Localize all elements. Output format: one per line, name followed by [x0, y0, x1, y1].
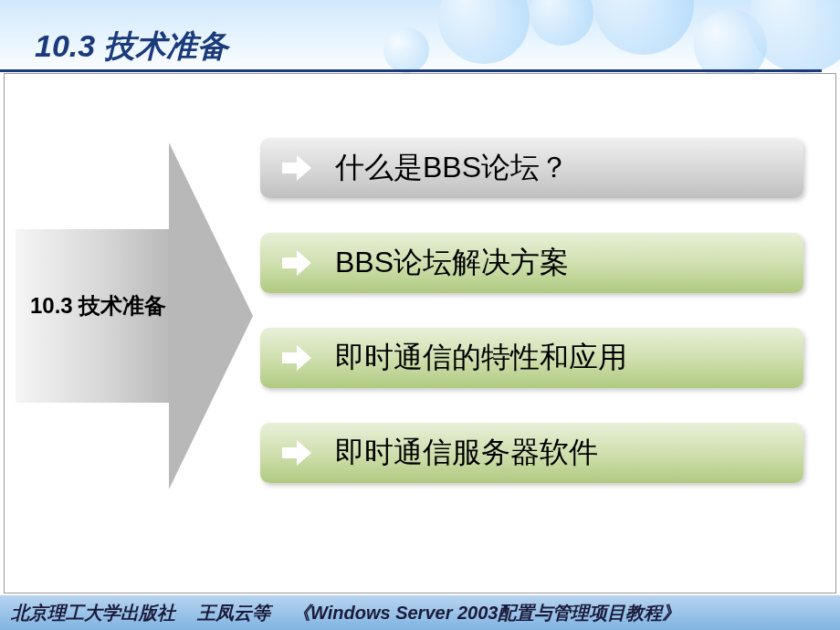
slide-footer: 北京理工大学出版社 王凤云等 《Windows Server 2003配置与管理… [0, 595, 840, 630]
title-underline [0, 68, 822, 72]
arrow-right-icon [282, 250, 311, 276]
footer-publisher: 北京理工大学出版社 [11, 601, 175, 625]
bubble-decoration [438, 0, 530, 64]
list-item: 什么是BBS论坛？ [260, 138, 803, 198]
item-text: 即时通信的特性和应用 [335, 338, 627, 378]
items-list: 什么是BBS论坛？ BBS论坛解决方案 即时通信的特性和应用 [260, 138, 817, 518]
bubble-decoration [383, 27, 429, 73]
arrow-head-shape [169, 142, 253, 489]
section-label: 10.3 技术准备 [30, 291, 166, 320]
arrow-right-icon [282, 155, 311, 181]
list-item: 即时通信的特性和应用 [260, 328, 803, 388]
bubble-decoration [530, 0, 593, 46]
arrow-right-icon [282, 440, 311, 466]
footer-author: 王凤云等 [197, 601, 270, 625]
list-item: BBS论坛解决方案 [260, 233, 803, 293]
bubble-decoration [593, 0, 694, 55]
slide-title: 10.3 技术准备 [35, 26, 228, 68]
item-text: 什么是BBS论坛？ [335, 148, 569, 188]
footer-book: 《Windows Server 2003配置与管理项目教程》 [292, 601, 680, 625]
list-item: 即时通信服务器软件 [260, 423, 803, 483]
arrow-right-icon [282, 345, 311, 371]
item-text: BBS论坛解决方案 [335, 243, 569, 283]
content-area: 10.3 技术准备 什么是BBS论坛？ BBS论坛解决方案 [4, 73, 836, 593]
item-text: 即时通信服务器软件 [335, 433, 598, 473]
